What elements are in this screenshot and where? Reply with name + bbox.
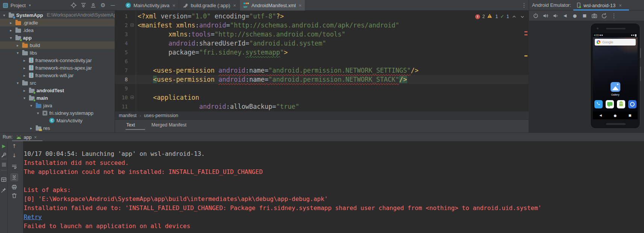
fold-marker-icon[interactable] (130, 96, 134, 99)
camera-app-icon[interactable] (628, 100, 636, 108)
chevron-expanded-icon[interactable]: ▾ (15, 80, 20, 86)
nav-back-icon[interactable]: ◀ (598, 113, 604, 119)
overview-icon[interactable]: ■ (582, 13, 588, 19)
editor-tabs-more-icon[interactable]: ⋮ (521, 2, 527, 8)
chevron-collapsed-icon[interactable]: ▸ (22, 87, 27, 94)
tree-item-idea[interactable]: ▸.idea (0, 26, 115, 34)
select-opened-file-icon[interactable] (71, 2, 77, 8)
retry-link[interactable]: Retry (24, 213, 42, 222)
code-editor[interactable]: !21✓1 manifest›uses-permission TextMerge… (115, 11, 529, 132)
error-stripe-mark[interactable] (524, 31, 527, 32)
hide-icon[interactable]: — (110, 2, 116, 8)
phone-app-icon[interactable] (594, 100, 603, 108)
tree-item-build[interactable]: ▸build (0, 41, 115, 49)
close-icon[interactable]: × (233, 3, 236, 8)
android-app-icon[interactable] (617, 100, 625, 108)
tree-item-res[interactable]: ▸res (0, 124, 115, 132)
camera-icon[interactable] (591, 13, 597, 19)
snapshots-icon[interactable] (601, 13, 607, 19)
volume-up-icon[interactable] (542, 13, 549, 19)
down-stack-trace-icon[interactable]: ↓ (11, 152, 17, 158)
fold-marker-icon[interactable] (130, 23, 134, 27)
messages-app-icon[interactable] (606, 100, 614, 108)
home-icon[interactable]: ● (572, 13, 578, 19)
power-icon[interactable] (533, 13, 539, 19)
chevron-collapsed-icon[interactable]: ▸ (22, 57, 27, 64)
close-icon[interactable]: × (34, 135, 37, 140)
chevron-down-icon[interactable]: ▼ (28, 4, 31, 7)
expand-all-icon[interactable] (80, 2, 86, 8)
error-stripe-mark[interactable] (524, 34, 527, 35)
close-icon[interactable]: × (619, 3, 622, 8)
tree-item-fri-sidney-systemapp[interactable]: ▾fri.sidney.systemapp (0, 109, 115, 117)
chevron-expanded-icon[interactable]: ▾ (29, 102, 34, 109)
editor-tab-androidmanifest-xml[interactable]: MFAndroidManifest.xml× (240, 0, 305, 11)
chevron-expanded-icon[interactable]: ▾ (15, 50, 20, 56)
chevron-expanded-icon[interactable]: ▾ (35, 110, 41, 116)
line-number: 6 (115, 57, 128, 66)
chevron-expanded-icon[interactable]: ▾ (8, 35, 14, 41)
nav-home-icon[interactable]: ● (612, 113, 618, 119)
chevron-expanded-icon[interactable]: ▾ (22, 95, 27, 101)
up-stack-trace-icon[interactable]: ↑ (11, 143, 17, 149)
pin-tab-icon[interactable] (1, 187, 7, 193)
chevron-collapsed-icon[interactable]: ▸ (8, 27, 14, 34)
breadcrumb-item-manifest[interactable]: manifest (119, 113, 136, 118)
close-icon[interactable]: × (173, 3, 176, 8)
editor-tab-build-gradle-app[interactable]: build.gradle (:app)× (179, 0, 239, 11)
tree-item-mainactivity[interactable]: CMainActivity (0, 117, 115, 124)
tree-item-label: res (43, 125, 50, 131)
chevron-collapsed-icon[interactable]: ▸ (15, 42, 20, 49)
build-project-icon[interactable] (1, 152, 7, 158)
close-icon[interactable]: × (299, 3, 302, 8)
tree-item-main[interactable]: ▾main (0, 94, 115, 102)
tree-item-app[interactable]: ▾app (0, 34, 115, 41)
tree-item-label: fri.sidney.systemapp (49, 110, 94, 116)
folder-icon (22, 51, 28, 55)
tree-item-framework-minus-apex-jar[interactable]: ▸framework-minus-apex.jar (0, 64, 115, 72)
clear-all-icon[interactable] (11, 193, 17, 199)
chevron-collapsed-icon[interactable]: ▸ (29, 125, 34, 131)
project-panel-title[interactable]: Project (11, 3, 26, 8)
collapse-all-icon[interactable] (90, 2, 96, 8)
tree-item-src[interactable]: ▾src (0, 79, 115, 87)
previous-error-icon[interactable] (511, 14, 517, 20)
phone-screen[interactable]: 4:03 Google Gallery ◀ (593, 33, 638, 119)
breadcrumb-item-uses-permission[interactable]: uses-permission (144, 113, 178, 118)
tree-item-systemapp[interactable]: ▾SystemAppE:\Workspace\Android\SystemAp (0, 11, 115, 19)
editor-tab-mainactivity-java[interactable]: CMainActivity.java× (122, 0, 179, 11)
tab-merged-manifest[interactable]: Merged Manifest (152, 122, 186, 128)
next-error-icon[interactable] (520, 14, 526, 20)
back-icon[interactable]: ◀ (562, 13, 568, 19)
chevron-expanded-icon[interactable]: ▾ (2, 12, 7, 18)
warning-count-icon[interactable] (487, 14, 493, 20)
tree-item-framework-connectivity-jar[interactable]: ▸framework-connectivity.jar (0, 56, 115, 64)
scroll-to-end-icon[interactable] (11, 174, 17, 180)
emulator-device-tab[interactable]: wsl-android-13 × (576, 0, 622, 11)
run-console-output[interactable]: 10/17 00:04:54: Launching 'app' on wsl-a… (24, 141, 644, 233)
chevron-collapsed-icon[interactable]: ▸ (22, 72, 27, 79)
volume-down-icon[interactable] (552, 13, 558, 19)
rerun-icon[interactable]: ▶ (1, 143, 7, 149)
settings-icon[interactable]: ⚙ (100, 2, 106, 8)
google-search-bar[interactable]: Google (595, 39, 636, 46)
gallery-app-icon[interactable]: Gallery (593, 82, 638, 96)
stop-icon[interactable] (1, 161, 7, 168)
tree-item-androidtest[interactable]: ▸androidTest (0, 87, 115, 94)
nav-overview-icon[interactable]: ■ (627, 113, 633, 119)
chevron-collapsed-icon[interactable]: ▸ (8, 20, 14, 26)
soft-wrap-icon[interactable] (11, 163, 17, 169)
tab-text[interactable]: Text (126, 122, 135, 128)
restore-layout-icon[interactable] (1, 177, 7, 183)
tree-item-java[interactable]: ▾java (0, 102, 115, 109)
error-count-icon[interactable]: ! (475, 14, 480, 19)
chevron-collapsed-icon[interactable]: ▸ (22, 65, 27, 71)
tree-item-framework-wifi-jar[interactable]: ▸framework-wifi.jar (0, 72, 115, 79)
emulator-phone[interactable]: 4:03 Google Gallery ◀ (590, 23, 640, 129)
warning-stripe-mark[interactable] (524, 55, 527, 56)
tree-item-libs[interactable]: ▾libs (0, 49, 115, 56)
android-studio-window: Project ▼ ⚙— CMainActivity.java×build.gr… (0, 0, 644, 233)
print-icon[interactable] (11, 184, 17, 190)
more-icon[interactable]: ⋮ (611, 13, 617, 19)
tree-item-gradle[interactable]: ▸.gradle (0, 19, 115, 26)
